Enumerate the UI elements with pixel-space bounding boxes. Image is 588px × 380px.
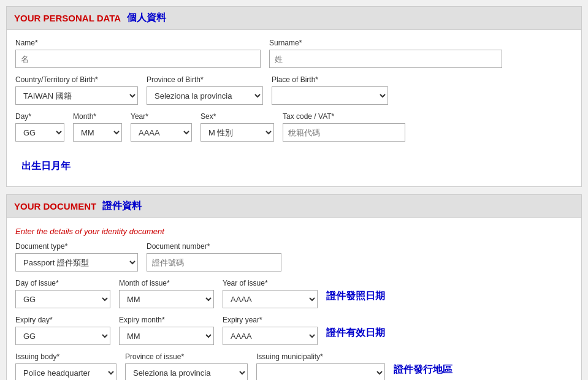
surname-label: Surname*: [269, 39, 502, 47]
year-issue-select[interactable]: AAAA: [223, 290, 318, 308]
place-birth-group: Place of Birth*: [272, 75, 388, 105]
day-label: Day*: [15, 112, 64, 121]
month-group: Month* MM: [73, 112, 122, 142]
exp-day-group: Expiry day* GG: [15, 316, 110, 345]
personal-data-section: YOUR PERSONAL DATA 個人資料 Name* Surname* C…: [6, 6, 582, 187]
country-label: Country/Territory of Birth*: [15, 75, 138, 84]
document-title-en: YOUR DOCUMENT: [14, 201, 96, 211]
expiry-zh-hint: 證件有效日期: [326, 316, 385, 340]
exp-day-select[interactable]: GG: [15, 327, 110, 345]
exp-year-label: Expiry year*: [223, 316, 318, 324]
day-issue-group: Day of issue* GG: [15, 279, 110, 308]
exp-year-select[interactable]: AAAA: [223, 327, 318, 345]
document-alert: Enter the details of your identity docum…: [15, 227, 573, 236]
municipality-select[interactable]: [256, 363, 385, 380]
sex-label: Sex*: [200, 112, 274, 121]
issue-date-row: Day of issue* GG Month of issue* MM Year…: [15, 279, 573, 308]
exp-month-group: Expiry month* MM: [119, 316, 214, 345]
personal-data-title-zh: 個人資料: [127, 12, 166, 25]
name-input[interactable]: [15, 50, 261, 68]
year-label: Year*: [131, 112, 192, 121]
doctype-select[interactable]: Passport 證件類型: [15, 253, 138, 272]
province-issue-label: Province of issue*: [125, 352, 248, 361]
taxcode-input[interactable]: [283, 123, 405, 142]
month-select[interactable]: MM: [73, 123, 122, 142]
place-birth-label: Place of Birth*: [272, 75, 388, 84]
province-issue-group: Province of issue* Seleziona la provinci…: [125, 352, 248, 380]
exp-day-label: Expiry day*: [15, 316, 110, 324]
year-issue-group: Year of issue* AAAA: [223, 279, 318, 308]
municipality-label: Issuing municipality*: [256, 352, 385, 361]
taxcode-label: Tax code / VAT*: [283, 112, 405, 121]
name-surname-row: Name* Surname*: [15, 39, 573, 68]
day-issue-select[interactable]: GG: [15, 290, 110, 308]
month-issue-select[interactable]: MM: [119, 290, 214, 308]
birth-zh-row: 出生日月年: [15, 149, 573, 173]
doctype-row: Document type* Passport 證件類型 Document nu…: [15, 242, 573, 272]
country-row: Country/Territory of Birth* TAIWAN 國籍 Pr…: [15, 75, 573, 105]
personal-data-title-en: YOUR PERSONAL DATA: [14, 13, 121, 23]
sex-select[interactable]: M 性別: [200, 123, 274, 142]
surname-input[interactable]: [269, 50, 502, 68]
taxcode-group: Tax code / VAT*: [283, 112, 405, 142]
country-group: Country/Territory of Birth* TAIWAN 國籍: [15, 75, 138, 105]
doctype-label: Document type*: [15, 242, 138, 251]
expiry-date-row: Expiry day* GG Expiry month* MM Expiry y…: [15, 316, 573, 345]
year-select[interactable]: AAAA: [131, 123, 192, 142]
province-issue-select[interactable]: Seleziona la provincia: [125, 363, 248, 380]
docnum-input[interactable]: [147, 253, 281, 272]
document-title-zh: 證件資料: [102, 200, 142, 213]
name-group: Name*: [15, 39, 261, 68]
personal-data-header: YOUR PERSONAL DATA 個人資料: [7, 7, 581, 30]
dob-row: Day* GG Month* MM Year* AAAA: [15, 112, 573, 142]
month-label: Month*: [73, 112, 122, 121]
country-select[interactable]: TAIWAN 國籍: [15, 86, 138, 105]
day-select[interactable]: GG: [15, 123, 64, 142]
exp-month-label: Expiry month*: [119, 316, 214, 324]
exp-month-select[interactable]: MM: [119, 327, 214, 345]
doctype-group: Document type* Passport 證件類型: [15, 242, 138, 272]
province-birth-group: Province of Birth* Seleziona la provinci…: [147, 75, 263, 105]
issuing-body-select[interactable]: Police headquarter: [15, 363, 116, 380]
issuing-zh-hint: 證件發行地區: [394, 352, 452, 376]
place-birth-select[interactable]: [272, 86, 388, 105]
exp-year-group: Expiry year* AAAA: [223, 316, 318, 345]
issuing-row: Issuing body* Police headquarter Provinc…: [15, 352, 573, 380]
docnum-label: Document number*: [147, 242, 281, 251]
province-birth-label: Province of Birth*: [147, 75, 263, 84]
issue-date-zh-hint: 證件發照日期: [326, 279, 385, 303]
document-section: YOUR DOCUMENT 證件資料 Enter the details of …: [6, 194, 582, 380]
month-issue-group: Month of issue* MM: [119, 279, 214, 308]
sex-group: Sex* M 性別: [200, 112, 274, 142]
birth-zh-hint: 出生日月年: [21, 149, 71, 173]
year-issue-label: Year of issue*: [223, 279, 318, 287]
docnum-group: Document number*: [147, 242, 281, 272]
issuing-body-label: Issuing body*: [15, 352, 116, 361]
year-group: Year* AAAA: [131, 112, 192, 142]
issuing-body-group: Issuing body* Police headquarter: [15, 352, 116, 380]
day-issue-label: Day of issue*: [15, 279, 110, 287]
document-header: YOUR DOCUMENT 證件資料: [7, 195, 581, 218]
name-label: Name*: [15, 39, 261, 47]
province-birth-select[interactable]: Seleziona la provincia: [147, 86, 263, 105]
day-group: Day* GG: [15, 112, 64, 142]
municipality-group: Issuing municipality*: [256, 352, 385, 380]
surname-group: Surname*: [269, 39, 502, 68]
month-issue-label: Month of issue*: [119, 279, 214, 287]
